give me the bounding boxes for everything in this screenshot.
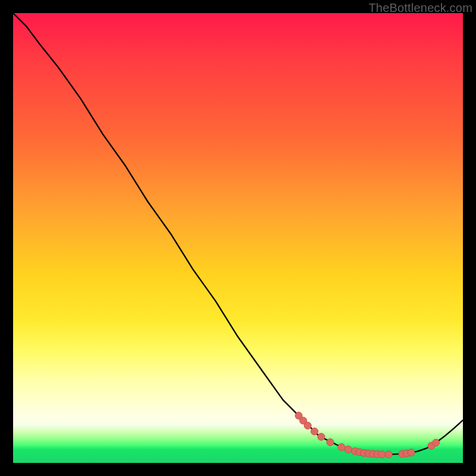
chart-svg	[13, 13, 463, 463]
data-marker	[433, 439, 440, 446]
curve-line	[13, 13, 463, 455]
data-marker	[327, 439, 334, 446]
chart-frame: TheBottleneck.com	[0, 0, 476, 476]
plot-area	[13, 13, 463, 463]
data-marker	[318, 433, 325, 440]
data-marker	[408, 449, 415, 456]
data-marker	[304, 422, 311, 429]
data-marker	[378, 451, 386, 458]
data-marker	[345, 446, 352, 453]
watermark-text: TheBottleneck.com	[368, 1, 472, 15]
data-marker	[311, 428, 318, 435]
data-marker	[385, 451, 392, 458]
data-marker	[338, 444, 345, 451]
